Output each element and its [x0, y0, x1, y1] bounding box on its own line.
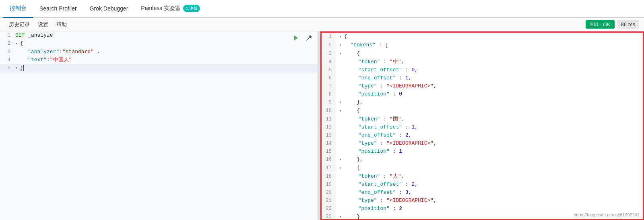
response-line: 10 ▾ { [322, 107, 643, 115]
response-line: 8 "position" : 0 [322, 90, 643, 98]
response-line: 21 "type" : "<IDEOGRAPHIC>", [322, 197, 643, 205]
editor-line: 3 "analyzer":"standard" , [0, 48, 318, 56]
response-line: 5 "start_offset" : 0, [322, 66, 643, 74]
response-line: 17 ▾ { [322, 164, 643, 172]
response-pane: 1 ▾{ 2 ▾ "tokens" : [ 3 ▾ { 4 "token" : … [320, 31, 644, 220]
tab-search-profiler[interactable]: Search Profiler [33, 0, 83, 18]
wrench-button[interactable] [304, 34, 314, 44]
response-line: 18 "token" : "人", [322, 172, 643, 181]
response-line: 6 "end_offset" : 1, [322, 74, 643, 82]
response-line: 11 "token" : "国", [322, 115, 643, 123]
response-line: 13 "end_offset" : 2, [322, 131, 643, 139]
main-content: 1 GET _analyze 2 ▾{ 3 "analyzer":"standa… [0, 31, 644, 220]
response-line: 1 ▾{ [322, 33, 643, 41]
status-area: 200 - OK 86 ms [586, 20, 639, 29]
response-line: 14 "type" : "<IDEOGRAPHIC>", [322, 139, 643, 147]
editor-line: 1 GET _analyze [0, 31, 318, 39]
beta-badge: 公测版 [183, 5, 200, 12]
run-button[interactable] [291, 34, 301, 44]
response-line: 19 "start_offset" : 2, [322, 181, 643, 189]
response-line: 9 ▾ }, [322, 98, 643, 107]
top-nav: 控制台 Search Profiler Grok Debugger Painle… [0, 0, 644, 18]
status-ok-badge: 200 - OK [586, 20, 615, 29]
response-line: 3 ▾ { [322, 50, 643, 58]
toolbar: 历史记录 设置 帮助 200 - OK 86 ms [0, 18, 644, 31]
response-line: 7 "type" : "<IDEOGRAPHIC>", [322, 82, 643, 90]
tab-painless-lab[interactable]: Painless 实验室 公测版 [134, 0, 206, 18]
help-button[interactable]: 帮助 [52, 20, 71, 29]
response-line: 15 "position" : 1 [322, 147, 643, 156]
response-line: 22 "position" : 2 [322, 205, 643, 213]
editor-line: 5 ▾} [0, 64, 318, 73]
tab-console[interactable]: 控制台 [3, 0, 33, 18]
response-line: 16 ▾ }, [322, 156, 643, 164]
editor-pane: 1 GET _analyze 2 ▾{ 3 "analyzer":"standa… [0, 31, 318, 220]
response-line: 20 "end_offset" : 3, [322, 189, 643, 197]
status-time-badge: 86 ms [617, 20, 639, 29]
tab-grok-debugger[interactable]: Grok Debugger [83, 0, 135, 18]
settings-button[interactable]: 设置 [34, 20, 52, 29]
history-button[interactable]: 历史记录 [5, 20, 34, 29]
response-line: 4 "token" : "中", [322, 58, 643, 66]
response-line: 12 "start_offset" : 1, [322, 123, 643, 131]
response-line: 2 ▾ "tokens" : [ [322, 41, 643, 50]
response-code: 1 ▾{ 2 ▾ "tokens" : [ 3 ▾ { 4 "token" : … [322, 33, 643, 220]
code-area[interactable]: 1 GET _analyze 2 ▾{ 3 "analyzer":"standa… [0, 31, 318, 220]
editor-line: 4 "text":"中国人" [0, 56, 318, 64]
watermark: https://blog.csdn.net/zyj81092241 [574, 212, 640, 217]
editor-line: 2 ▾{ [0, 39, 318, 48]
editor-toolbar [291, 34, 314, 44]
svg-marker-0 [294, 35, 298, 40]
